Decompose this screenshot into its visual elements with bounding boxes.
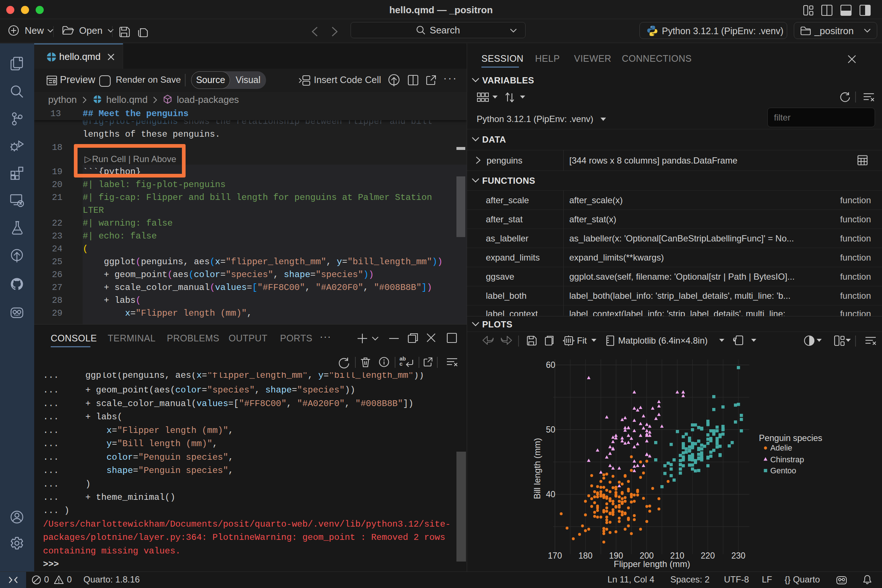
svg-text:60: 60	[546, 360, 555, 370]
svg-text:Adelie: Adelie	[770, 444, 792, 452]
svg-text:Penguin species: Penguin species	[759, 433, 822, 443]
svg-text:Bill length (mm): Bill length (mm)	[532, 438, 542, 500]
svg-text:Chinstrap: Chinstrap	[770, 455, 804, 464]
svg-text:220: 220	[701, 551, 715, 560]
svg-text:180: 180	[579, 551, 592, 560]
svg-text:Gentoo: Gentoo	[770, 466, 796, 475]
svg-text:230: 230	[731, 551, 745, 560]
svg-text:Flipper length (mm): Flipper length (mm)	[614, 559, 690, 569]
svg-text:50: 50	[546, 425, 555, 434]
svg-text:40: 40	[546, 489, 555, 499]
svg-text:170: 170	[548, 551, 562, 560]
